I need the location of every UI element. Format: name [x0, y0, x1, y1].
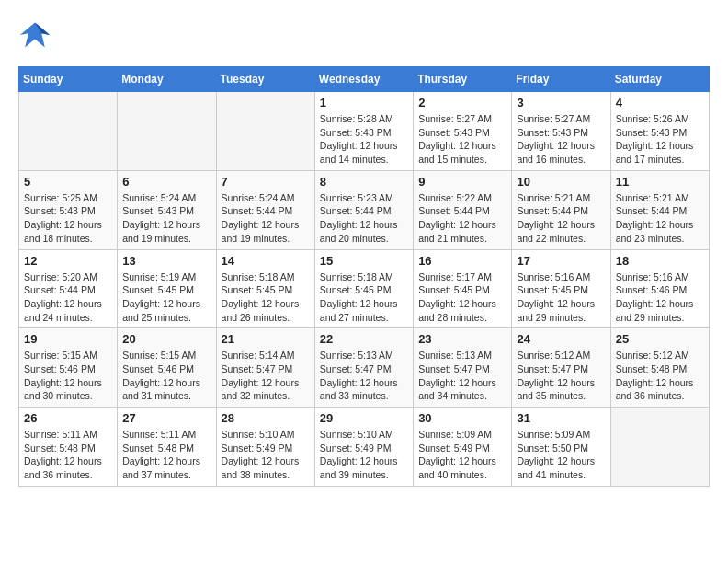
calendar-cell: 18Sunrise: 5:16 AM Sunset: 5:46 PM Dayli… [610, 249, 709, 328]
calendar-cell: 29Sunrise: 5:10 AM Sunset: 5:49 PM Dayli… [314, 408, 413, 487]
day-info: Sunrise: 5:11 AM Sunset: 5:48 PM Dayligh… [24, 428, 112, 482]
day-number: 9 [418, 175, 506, 189]
calendar-cell: 7Sunrise: 5:24 AM Sunset: 5:44 PM Daylig… [216, 170, 314, 249]
day-info: Sunrise: 5:09 AM Sunset: 5:49 PM Dayligh… [418, 428, 506, 482]
day-number: 31 [517, 411, 605, 425]
calendar-cell: 30Sunrise: 5:09 AM Sunset: 5:49 PM Dayli… [414, 408, 512, 487]
day-number: 12 [24, 254, 112, 268]
day-info: Sunrise: 5:12 AM Sunset: 5:48 PM Dayligh… [616, 349, 704, 403]
calendar-cell: 15Sunrise: 5:18 AM Sunset: 5:45 PM Dayli… [314, 249, 413, 328]
calendar-cell: 5Sunrise: 5:25 AM Sunset: 5:43 PM Daylig… [19, 170, 118, 249]
day-info: Sunrise: 5:21 AM Sunset: 5:44 PM Dayligh… [517, 191, 605, 246]
day-number: 17 [517, 254, 605, 268]
calendar-cell: 4Sunrise: 5:26 AM Sunset: 5:43 PM Daylig… [610, 92, 709, 171]
calendar-cell: 17Sunrise: 5:16 AM Sunset: 5:45 PM Dayli… [512, 249, 610, 328]
day-number: 4 [616, 96, 704, 109]
calendar-cell: 13Sunrise: 5:19 AM Sunset: 5:45 PM Dayli… [118, 249, 216, 328]
day-info: Sunrise: 5:25 AM Sunset: 5:43 PM Dayligh… [24, 191, 112, 246]
day-info: Sunrise: 5:16 AM Sunset: 5:45 PM Dayligh… [517, 270, 605, 325]
calendar-header-row: SundayMondayTuesdayWednesdayThursdayFrid… [19, 67, 710, 92]
day-info: Sunrise: 5:26 AM Sunset: 5:43 PM Dayligh… [616, 112, 704, 167]
calendar-cell: 2Sunrise: 5:27 AM Sunset: 5:43 PM Daylig… [414, 92, 512, 171]
day-info: Sunrise: 5:16 AM Sunset: 5:46 PM Dayligh… [616, 270, 704, 325]
calendar-cell: 27Sunrise: 5:11 AM Sunset: 5:48 PM Dayli… [118, 408, 216, 487]
day-number: 21 [222, 332, 310, 346]
day-number: 13 [122, 254, 210, 268]
calendar-cell: 19Sunrise: 5:15 AM Sunset: 5:46 PM Dayli… [19, 328, 118, 408]
calendar-cell: 22Sunrise: 5:13 AM Sunset: 5:47 PM Dayli… [314, 328, 413, 408]
day-info: Sunrise: 5:13 AM Sunset: 5:47 PM Dayligh… [418, 349, 506, 403]
calendar-cell [216, 92, 314, 171]
day-info: Sunrise: 5:09 AM Sunset: 5:50 PM Dayligh… [517, 428, 605, 482]
day-info: Sunrise: 5:20 AM Sunset: 5:44 PM Dayligh… [24, 270, 112, 325]
day-number: 16 [418, 254, 506, 268]
day-info: Sunrise: 5:18 AM Sunset: 5:45 PM Dayligh… [222, 270, 310, 325]
calendar-cell: 23Sunrise: 5:13 AM Sunset: 5:47 PM Dayli… [414, 328, 512, 408]
day-number: 30 [418, 411, 506, 425]
calendar-cell: 25Sunrise: 5:12 AM Sunset: 5:48 PM Dayli… [610, 328, 709, 408]
logo-icon [18, 18, 51, 52]
calendar-cell [610, 408, 709, 487]
day-info: Sunrise: 5:18 AM Sunset: 5:45 PM Dayligh… [320, 270, 408, 325]
logo [18, 18, 57, 52]
day-info: Sunrise: 5:27 AM Sunset: 5:43 PM Dayligh… [418, 112, 506, 167]
calendar-week-row: 19Sunrise: 5:15 AM Sunset: 5:46 PM Dayli… [19, 328, 710, 408]
calendar-cell: 20Sunrise: 5:15 AM Sunset: 5:46 PM Dayli… [118, 328, 216, 408]
day-number: 10 [517, 175, 605, 189]
day-info: Sunrise: 5:12 AM Sunset: 5:47 PM Dayligh… [517, 349, 605, 403]
day-number: 19 [24, 332, 112, 346]
day-header-tuesday: Tuesday [216, 67, 314, 92]
calendar-cell: 3Sunrise: 5:27 AM Sunset: 5:43 PM Daylig… [512, 92, 610, 171]
day-number: 20 [122, 332, 210, 346]
calendar-table: SundayMondayTuesdayWednesdayThursdayFrid… [18, 66, 710, 487]
day-number: 24 [517, 332, 605, 346]
day-header-monday: Monday [118, 67, 216, 92]
day-number: 23 [418, 332, 506, 346]
day-info: Sunrise: 5:28 AM Sunset: 5:43 PM Dayligh… [320, 112, 408, 167]
day-number: 25 [616, 332, 704, 346]
day-header-saturday: Saturday [610, 67, 709, 92]
day-info: Sunrise: 5:27 AM Sunset: 5:43 PM Dayligh… [517, 112, 605, 167]
calendar-cell: 24Sunrise: 5:12 AM Sunset: 5:47 PM Dayli… [512, 328, 610, 408]
day-info: Sunrise: 5:24 AM Sunset: 5:44 PM Dayligh… [222, 191, 310, 246]
calendar-cell: 11Sunrise: 5:21 AM Sunset: 5:44 PM Dayli… [610, 170, 709, 249]
day-info: Sunrise: 5:15 AM Sunset: 5:46 PM Dayligh… [122, 349, 210, 403]
day-info: Sunrise: 5:13 AM Sunset: 5:47 PM Dayligh… [320, 349, 408, 403]
day-header-sunday: Sunday [19, 67, 118, 92]
day-info: Sunrise: 5:10 AM Sunset: 5:49 PM Dayligh… [222, 428, 310, 482]
day-header-friday: Friday [512, 67, 610, 92]
page-header [18, 18, 710, 52]
day-number: 11 [616, 175, 704, 189]
day-number: 2 [418, 96, 506, 109]
calendar-week-row: 12Sunrise: 5:20 AM Sunset: 5:44 PM Dayli… [19, 249, 710, 328]
calendar-cell: 28Sunrise: 5:10 AM Sunset: 5:49 PM Dayli… [216, 408, 314, 487]
day-number: 6 [122, 175, 210, 189]
calendar-cell: 21Sunrise: 5:14 AM Sunset: 5:47 PM Dayli… [216, 328, 314, 408]
calendar-cell: 14Sunrise: 5:18 AM Sunset: 5:45 PM Dayli… [216, 249, 314, 328]
day-number: 8 [320, 175, 408, 189]
day-info: Sunrise: 5:10 AM Sunset: 5:49 PM Dayligh… [320, 428, 408, 482]
calendar-week-row: 26Sunrise: 5:11 AM Sunset: 5:48 PM Dayli… [19, 408, 710, 487]
calendar-cell: 12Sunrise: 5:20 AM Sunset: 5:44 PM Dayli… [19, 249, 118, 328]
day-number: 3 [517, 96, 605, 109]
calendar-cell: 6Sunrise: 5:24 AM Sunset: 5:43 PM Daylig… [118, 170, 216, 249]
day-info: Sunrise: 5:22 AM Sunset: 5:44 PM Dayligh… [418, 191, 506, 246]
day-number: 28 [222, 411, 310, 425]
calendar-week-row: 1Sunrise: 5:28 AM Sunset: 5:43 PM Daylig… [19, 92, 710, 171]
day-number: 18 [616, 254, 704, 268]
calendar-cell [118, 92, 216, 171]
day-info: Sunrise: 5:14 AM Sunset: 5:47 PM Dayligh… [222, 349, 310, 403]
calendar-cell: 16Sunrise: 5:17 AM Sunset: 5:45 PM Dayli… [414, 249, 512, 328]
day-header-thursday: Thursday [414, 67, 512, 92]
day-number: 26 [24, 411, 112, 425]
day-number: 22 [320, 332, 408, 346]
day-info: Sunrise: 5:23 AM Sunset: 5:44 PM Dayligh… [320, 191, 408, 246]
day-number: 5 [24, 175, 112, 189]
day-number: 15 [320, 254, 408, 268]
calendar-cell: 8Sunrise: 5:23 AM Sunset: 5:44 PM Daylig… [314, 170, 413, 249]
day-info: Sunrise: 5:21 AM Sunset: 5:44 PM Dayligh… [616, 191, 704, 246]
calendar-cell: 1Sunrise: 5:28 AM Sunset: 5:43 PM Daylig… [314, 92, 413, 171]
calendar-week-row: 5Sunrise: 5:25 AM Sunset: 5:43 PM Daylig… [19, 170, 710, 249]
calendar-cell: 31Sunrise: 5:09 AM Sunset: 5:50 PM Dayli… [512, 408, 610, 487]
calendar-cell: 10Sunrise: 5:21 AM Sunset: 5:44 PM Dayli… [512, 170, 610, 249]
